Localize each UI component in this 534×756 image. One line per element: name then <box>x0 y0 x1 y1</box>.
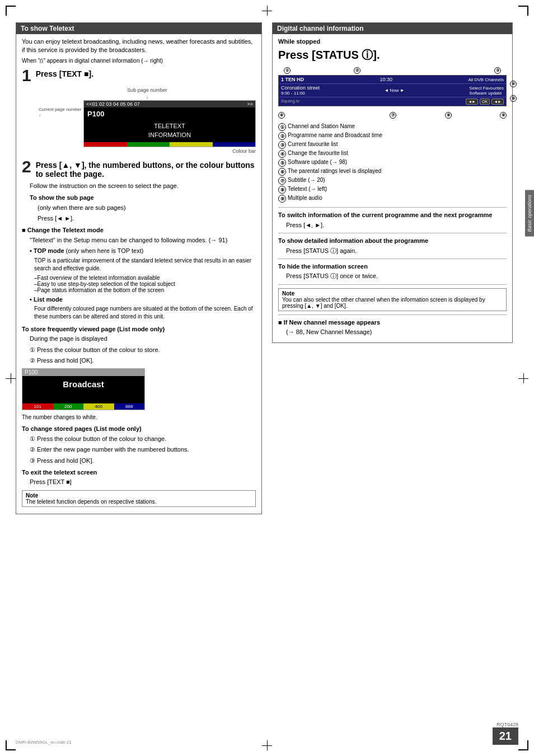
legend-text-7: Subtitle (→ 20) <box>288 177 325 183</box>
switch-info-text: Press [◄, ►]. <box>286 221 507 229</box>
corner-tl <box>6 6 16 16</box>
legend-circle-8: ⑧ <box>278 186 286 194</box>
legend-text-4: Change the favourite list <box>288 150 348 156</box>
broadcast-display: P100 Broadcast 101 200 400 888 <box>22 368 145 410</box>
teletext-section-title: To show Teletext <box>16 23 261 34</box>
sub-page-heading: To show the sub page <box>30 194 256 202</box>
change-stored-1: ① Press the colour button of the colour … <box>30 435 256 443</box>
bft-yellow: 400 <box>83 403 114 410</box>
legend-circle-4: ④ <box>278 150 286 158</box>
teletext-page: P100 <box>87 110 252 118</box>
right-column: Digital channel information While stoppe… <box>272 22 513 520</box>
right-note-text: You can also select the other channel wh… <box>282 297 485 309</box>
teletext-display: <<01 02 03 04 05 06 07 >> P100 TELETEXTI… <box>83 100 256 147</box>
cs-time: 10:30 <box>380 77 392 82</box>
white-note: The number changes to white. <box>22 414 256 421</box>
legend-2: ② Programme name and Broadcast time <box>278 132 507 140</box>
cs-select-fav: Select Favourites <box>469 86 504 91</box>
divider-4 <box>278 284 507 285</box>
legend-text-6: The parental ratings level is displayed <box>288 168 381 174</box>
step2-follow: Follow the instruction on the screen to … <box>30 182 256 190</box>
store-step3: ② Press and hold [OK]. <box>30 356 256 365</box>
colour-bar-label: Colour bar <box>39 148 256 154</box>
store-page-heading: To store frequently viewed page (List mo… <box>22 325 256 334</box>
teletext-display-header: <<01 02 03 04 05 06 07 >> <box>84 101 255 107</box>
legend-text-1: Channel and Station Name <box>288 123 355 129</box>
left-column: To show Teletext You can enjoy teletext … <box>16 22 262 520</box>
change-stored-3: ③ Press and hold [OK]. <box>30 457 256 465</box>
change-stored-heading: To change stored pages (List mode only) <box>22 425 256 433</box>
exit-teletext-heading: To exit the teletext screen <box>22 468 256 477</box>
change-stored-2: ② Enter the new page number with the num… <box>30 445 256 454</box>
step1-label: Press [TEXT ■]. <box>36 69 93 78</box>
teletext-intro: You can enjoy teletext broadcasting, inc… <box>22 37 256 55</box>
teletext-colour-bar <box>84 142 255 147</box>
legend-text-5: Software update (→ 98) <box>288 159 347 165</box>
legend-circle-7: ⑦ <box>278 177 286 185</box>
cs-top-row: 1 TEN HD 10:30 All DVB Channels <box>279 76 506 83</box>
legend-circle-6: ⑥ <box>278 168 286 176</box>
cs-channel-type: All DVB Channels <box>468 77 504 82</box>
new-channel-heading: ■ If New channel message appears <box>278 318 507 327</box>
teletext-diagram: Sub page number ↓ Current page number ↓ … <box>39 87 256 154</box>
left-note-title: Note <box>26 492 38 499</box>
cs-nav: ◄ Now ► <box>384 88 404 93</box>
tft-green <box>127 142 170 147</box>
legend-7: ⑦ Subtitle (→ 20) <box>278 177 507 185</box>
digital-section-title: Digital channel information <box>273 23 512 34</box>
right-note-box: Note You can also select the other chann… <box>278 288 507 311</box>
legend-list: ① Channel and Station Name ② Programme n… <box>278 123 507 203</box>
tft-yellow <box>170 142 212 147</box>
hide-screen-text: Press [STATUS ⓘ] once or twice. <box>286 272 507 280</box>
bullet-1: –Fast overview of the teletext informati… <box>34 275 256 281</box>
legend-8: ⑧ Teletext (→ left) <box>278 186 507 194</box>
while-stopped: While stopped <box>278 37 507 46</box>
store-step2: ① Press the colour button of the colour … <box>30 346 256 354</box>
circle-5: ⑤ <box>510 95 517 102</box>
channel-screen: 1 TEN HD 10:30 All DVB Channels Coronati… <box>278 75 507 106</box>
top-mode-label: • TOP mode (only when here is TOP text) <box>30 247 256 255</box>
list-mode-label: • List mode <box>30 295 256 304</box>
store-step1: During the page is displayed <box>30 335 256 343</box>
step1-block: 1 Press [TEXT ■]. <box>22 67 256 84</box>
cs-btn-1[interactable]: ◄► <box>466 98 478 105</box>
legend-circle-5: ⑤ <box>278 159 286 167</box>
teletext-info-text: TELETEXTINFORMATION <box>87 121 252 140</box>
cs-btn-3[interactable]: ◄► <box>491 98 504 105</box>
current-page-label: Current page number ↓ <box>39 107 81 119</box>
cs-program: Coronation street <box>281 85 320 91</box>
cs-program-time: 9:00 - 11:00 <box>281 91 320 96</box>
sub-page-press: Press [◄ ►]. <box>38 214 256 223</box>
legend-text-8: Teletext (→ left) <box>288 186 327 192</box>
top-mode-bullets: –Fast overview of the teletext informati… <box>34 275 256 293</box>
bft-green: 200 <box>53 403 84 410</box>
top-mode-desc: TOP is a particular improvement of the s… <box>34 257 256 273</box>
cs-mid-left: Coronation street 9:00 - 11:00 <box>281 85 320 96</box>
channel-screen-wrapper: ① ② ③ 1 TEN HD 10:30 All DVB Channels <box>278 67 507 119</box>
circle-2: ② <box>354 67 360 74</box>
step1-number: 1 <box>22 67 31 84</box>
legend-5: ⑤ Software update (→ 98) <box>278 159 507 167</box>
exit-teletext-text: Press [TEXT ■] <box>30 478 256 486</box>
bullet-3: –Page status information at the bottom o… <box>34 287 256 293</box>
page-footer: DMR-BW850GL_en.indb 21 RQT9428 21 <box>16 722 518 745</box>
detailed-info-text: Press [STATUS ⓘ] again. <box>286 247 507 255</box>
circle-4: ④ <box>510 81 517 87</box>
divider-5 <box>278 314 507 315</box>
doc-number: RQT9428 <box>493 722 518 727</box>
cs-software-update: Software update <box>469 91 504 96</box>
circle-7: ⑦ <box>390 112 396 119</box>
switch-info-heading: To switch information of the current pro… <box>278 211 507 219</box>
cs-mid-row: Coronation street 9:00 - 11:00 ◄ Now ► S… <box>279 83 506 97</box>
circle-1: ① <box>284 67 291 74</box>
cs-squongtv: Squing.tv <box>281 98 299 105</box>
bullet-2: –Easy to use step-by-step selection of t… <box>34 281 256 287</box>
file-ref: DMR-BW850GL_en.indb 21 <box>16 740 72 745</box>
teletext-body: P100 TELETEXTINFORMATION <box>84 107 255 142</box>
step2-label: Press [▲, ▼], the numbered buttons, or t… <box>36 161 256 179</box>
legend-4: ④ Change the favourite list <box>278 150 507 158</box>
page-container: Basic operations To show Teletext You ca… <box>0 0 534 756</box>
legend-text-3: Current favourite list <box>288 141 338 147</box>
right-circles: ④ ⑤ <box>510 81 517 102</box>
cs-btn-2[interactable]: OK <box>480 98 490 105</box>
